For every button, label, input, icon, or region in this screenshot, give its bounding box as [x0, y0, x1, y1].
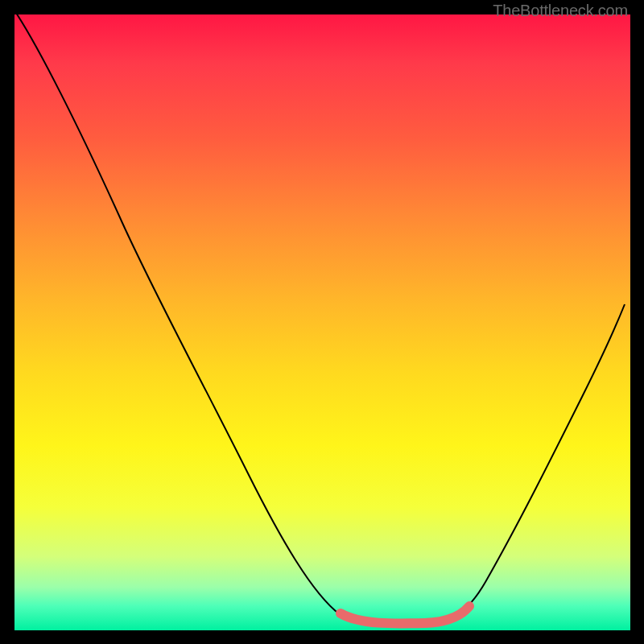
chart-overlay: [14, 14, 630, 630]
bottleneck-curve: [14, 14, 625, 625]
trough-highlight: [341, 606, 469, 624]
